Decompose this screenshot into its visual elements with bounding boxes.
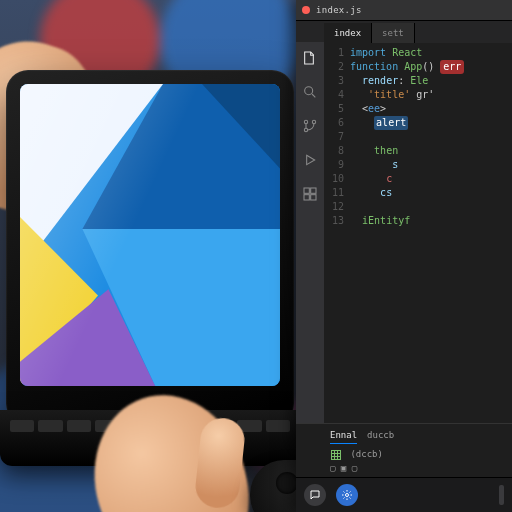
svg-point-9 xyxy=(346,494,349,497)
panel-tab-terminal[interactable]: Ennal xyxy=(330,428,357,444)
branch-icon[interactable] xyxy=(302,118,318,138)
files-icon[interactable] xyxy=(302,50,318,70)
status-spacer xyxy=(499,485,504,505)
grid-icon xyxy=(330,449,342,461)
code-line[interactable]: 9 s xyxy=(324,158,512,172)
code-editor-window: index.js index sett 1import React2functi… xyxy=(296,0,512,512)
svg-point-1 xyxy=(304,120,307,123)
code-line[interactable]: 8 then xyxy=(324,144,512,158)
code-line[interactable]: 10 c xyxy=(324,172,512,186)
svg-point-3 xyxy=(312,120,315,123)
svg-rect-6 xyxy=(304,195,309,200)
code-line[interactable]: 3 render: Ele xyxy=(324,74,512,88)
code-line[interactable]: 11 cs xyxy=(324,186,512,200)
tablet-device xyxy=(6,70,294,426)
tablet-bezel xyxy=(20,84,280,386)
panel-tab-output[interactable]: duccb xyxy=(367,428,394,444)
svg-rect-4 xyxy=(304,188,309,193)
svg-rect-5 xyxy=(311,188,316,193)
code-line[interactable]: 7 xyxy=(324,130,512,144)
window-titlebar[interactable]: index.js xyxy=(296,0,512,21)
panel-line: (dccb) xyxy=(330,447,506,461)
editor-workarea: 1import React2function App() err3 render… xyxy=(296,42,512,428)
status-bar xyxy=(296,477,512,512)
svg-point-2 xyxy=(304,128,307,131)
extensions-icon[interactable] xyxy=(302,186,318,206)
window-title: index.js xyxy=(316,3,362,17)
code-line[interactable]: 13 iEntityf xyxy=(324,214,512,228)
scene-root: index.js index sett 1import React2functi… xyxy=(0,0,512,512)
search-icon[interactable] xyxy=(302,84,318,104)
panel-line2: ▢ ▣ ▢ xyxy=(330,461,506,475)
chat-icon[interactable] xyxy=(304,484,326,506)
code-line[interactable]: 2function App() err xyxy=(324,60,512,74)
tab-index[interactable]: index xyxy=(324,23,372,43)
debug-icon[interactable] xyxy=(302,152,318,172)
code-line[interactable]: 12 xyxy=(324,200,512,214)
svg-point-0 xyxy=(305,87,313,95)
traffic-light-close-icon[interactable] xyxy=(302,6,310,14)
code-line[interactable]: 1import React xyxy=(324,46,512,60)
svg-rect-8 xyxy=(332,450,341,459)
tablet-screen[interactable] xyxy=(20,84,280,386)
tab-settings[interactable]: sett xyxy=(372,23,415,43)
editor-tabstrip: index sett xyxy=(296,21,512,43)
code-line[interactable]: 5 <ee> xyxy=(324,102,512,116)
activity-bar xyxy=(296,42,324,428)
gear-icon[interactable] xyxy=(336,484,358,506)
svg-rect-7 xyxy=(311,195,316,200)
code-line[interactable]: 6 alert xyxy=(324,116,512,130)
code-line[interactable]: 4 'title' gr' xyxy=(324,88,512,102)
bottom-panel: Ennal duccb (dccb) ▢ ▣ ▢ xyxy=(296,423,512,478)
code-area[interactable]: 1import React2function App() err3 render… xyxy=(324,42,512,428)
